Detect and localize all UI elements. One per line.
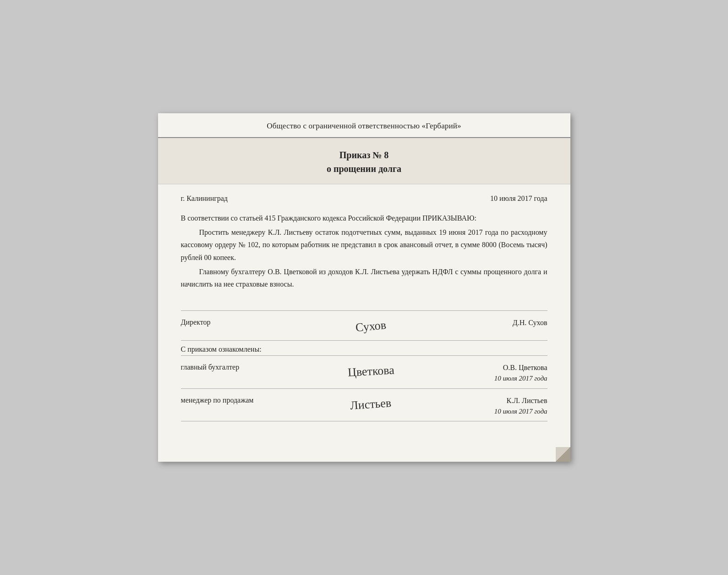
chief-accountant-sign-text: Цветкова xyxy=(347,363,394,379)
org-header: Общество с ограниченной ответственностью… xyxy=(158,113,570,138)
manager-sign-text: Листьев xyxy=(350,396,392,413)
manager-name: К.Л. Листьев 10 июля 2017 года xyxy=(456,395,547,417)
date: 10 июля 2017 года xyxy=(490,194,547,203)
chief-accountant-title: главный бухгалтер xyxy=(181,362,286,371)
title-line1: Приказ № 8 xyxy=(339,150,389,160)
chief-accountant-signature-row: главный бухгалтер Цветкова О.В. Цветкова… xyxy=(181,355,547,388)
body-section: г. Калининград 10 июля 2017 года В соотв… xyxy=(158,184,570,310)
main-text: В соответствии со статьей 415 Гражданско… xyxy=(181,212,547,290)
location-date-row: г. Калининград 10 июля 2017 года xyxy=(181,194,547,203)
director-signature-row: Директор Сухов Д.Н. Сухов xyxy=(181,310,547,340)
director-name: Д.Н. Сухов xyxy=(456,317,547,328)
director-signature: Сухов xyxy=(286,317,456,336)
title-line2: о прощении долга xyxy=(327,164,401,174)
chief-accountant-name: О.В. Цветкова 10 июля 2017 года xyxy=(456,362,547,384)
manager-signature: Листьев xyxy=(286,395,456,414)
manager-signature-row: менеджер по продажам Листьев К.Л. Листье… xyxy=(181,388,547,422)
org-name: Общество с ограниченной ответственностью… xyxy=(267,122,461,130)
document: Общество с ограниченной ответственностью… xyxy=(158,113,570,462)
paragraph3: Главному бухгалтеру О.В. Цветковой из до… xyxy=(181,265,547,290)
location: г. Калининград xyxy=(181,194,228,203)
title-section: Приказ № 8 о прощении долга xyxy=(158,138,570,184)
chief-accountant-signature: Цветкова xyxy=(286,362,456,381)
signatures-section: Директор Сухов Д.Н. Сухов С приказом озн… xyxy=(158,310,570,431)
director-title: Директор xyxy=(181,317,286,326)
acquainted-text: С приказом ознакомлены: xyxy=(181,345,262,353)
acquainted-label: С приказом ознакомлены: xyxy=(181,340,547,355)
director-sign-text: Сухов xyxy=(355,318,387,335)
paragraph1: В соответствии со статьей 415 Гражданско… xyxy=(181,212,547,224)
manager-title: менеджер по продажам xyxy=(181,395,286,404)
paragraph2: Простить менеджеру К.Л. Листьеву остаток… xyxy=(181,226,547,264)
document-title: Приказ № 8 о прощении долга xyxy=(176,148,552,176)
